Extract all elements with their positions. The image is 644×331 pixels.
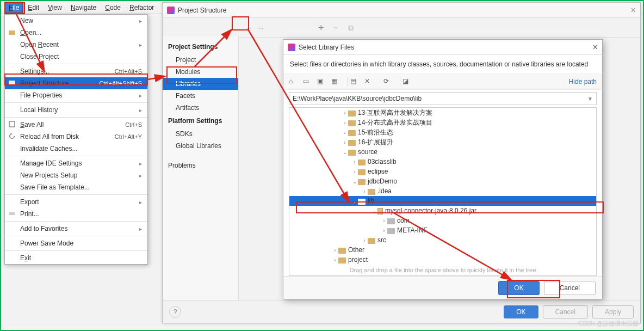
back-icon[interactable]: ← <box>245 24 253 33</box>
path-input[interactable] <box>293 95 587 102</box>
ps-toolbar: ← → + − ⧉ <box>239 19 639 38</box>
ps-nav-facets[interactable]: Facets <box>163 90 238 102</box>
add-icon[interactable]: + <box>318 22 324 34</box>
ps-nav-sdks[interactable]: SDKs <box>163 128 238 140</box>
tree-item[interactable]: ›eclipse <box>289 167 596 176</box>
tree-item-lib[interactable]: ⌄lib <box>289 196 596 206</box>
menu-navigate[interactable]: Navigate <box>66 3 101 13</box>
mi-local-history[interactable]: Local History▸ <box>5 104 147 116</box>
ps-nav-problems[interactable]: Problems <box>163 160 238 171</box>
menu-view[interactable]: View <box>44 3 66 13</box>
mi-save-all[interactable]: Save AllCtrl+S <box>5 119 147 131</box>
tree-item[interactable]: ›16-扩展提升 <box>289 137 596 147</box>
tree-hint: Drag and drop a file into the space abov… <box>289 267 596 273</box>
lib-footer: OK Cancel <box>283 276 602 299</box>
help-icon[interactable]: ? <box>169 306 181 318</box>
svg-rect-2 <box>9 121 15 127</box>
ps-nav: Project Settings Project Modules Librari… <box>163 36 239 300</box>
close-icon[interactable]: × <box>593 42 598 52</box>
mi-reload[interactable]: Reload All from DiskCtrl+Alt+Y <box>5 131 147 143</box>
ps-nav-artifacts[interactable]: Artifacts <box>163 102 238 114</box>
mi-close-project[interactable]: Close Project <box>5 51 147 63</box>
tree-item[interactable]: ›com <box>289 216 596 225</box>
delete-icon[interactable]: ✕ <box>364 77 373 86</box>
file-menu-popup: New▸ Open... Open Recent▸ Close Project … <box>4 14 148 265</box>
ps-nav-project[interactable]: Project <box>163 54 238 66</box>
mi-new[interactable]: New▸ <box>5 15 147 27</box>
path-field[interactable]: ▼ <box>289 92 597 105</box>
ps-titlebar: Project Structure × <box>163 3 640 18</box>
tree-item[interactable]: ⌄jdbcDemo <box>289 176 596 186</box>
svg-rect-3 <box>9 212 15 215</box>
remove-icon[interactable]: − <box>333 22 339 34</box>
ps-nav-global[interactable]: Global Libraries <box>163 140 238 152</box>
mi-project-structure[interactable]: Project Structure...Ctrl+Alt+Shift+S <box>5 77 147 89</box>
mi-manage-ide[interactable]: Manage IDE Settings▸ <box>5 157 147 169</box>
copy-icon[interactable]: ⧉ <box>348 23 354 33</box>
menu-code[interactable]: Code <box>101 3 125 13</box>
project-icon[interactable]: ▣ <box>317 77 326 86</box>
ps-ok-button[interactable]: OK <box>504 305 538 318</box>
mi-power-save[interactable]: Power Save Mode <box>5 237 147 249</box>
svg-rect-0 <box>9 30 15 35</box>
mi-print: Print... <box>5 208 147 220</box>
ps-nav-modules[interactable]: Modules <box>163 66 238 78</box>
tree-item[interactable]: ⌄mysql-connector-java-8.0.26.jar <box>289 206 596 216</box>
tree-item[interactable]: ›src <box>289 235 596 245</box>
tree-item[interactable]: ›14-分布式高并发实战项目 <box>289 118 596 127</box>
lib-title-text: Select Library Files <box>299 44 354 51</box>
tree-item[interactable]: ›project <box>289 255 596 265</box>
tree-item[interactable]: ›03classlib <box>289 157 596 167</box>
mi-open[interactable]: Open... <box>5 27 147 39</box>
tree-item[interactable]: ›15-前沿生态 <box>289 127 596 137</box>
tree-item[interactable]: ›.idea <box>289 186 596 196</box>
mi-exit[interactable]: Exit <box>5 252 147 264</box>
menu-edit[interactable]: Edit <box>23 3 44 13</box>
ps-nav-hdr-settings: Project Settings <box>163 40 238 54</box>
lib-ok-button[interactable]: OK <box>498 281 539 295</box>
ps-footer: ? OK Cancel Apply <box>163 300 640 323</box>
mi-favorites[interactable]: Add to Favorites▸ <box>5 223 147 235</box>
intellij-icon <box>288 44 295 51</box>
hide-path-link[interactable]: Hide path <box>569 78 597 85</box>
tree-item[interactable]: ›13-互联网高并发解决方案 <box>289 108 596 118</box>
mi-settings[interactable]: Settings...Ctrl+Alt+S <box>5 65 147 77</box>
ps-cancel-button[interactable]: Cancel <box>543 305 588 318</box>
file-tree[interactable]: ›13-互联网高并发解决方案 ›14-分布式高并发实战项目 ›15-前沿生态 ›… <box>289 107 597 276</box>
lib-cancel-button[interactable]: Cancel <box>544 281 596 295</box>
show-hidden-icon[interactable]: ◪ <box>403 77 411 86</box>
ps-nav-hdr-platform: Platform Settings <box>163 114 238 128</box>
menu-refactor[interactable]: Refactor <box>125 3 158 13</box>
mi-open-recent[interactable]: Open Recent▸ <box>5 39 147 51</box>
mi-save-template: Save File as Template... <box>5 181 147 193</box>
select-library-dialog: Select Library Files × Select files or d… <box>283 39 603 299</box>
mi-file-properties[interactable]: File Properties▸ <box>5 89 147 101</box>
close-icon[interactable]: × <box>631 5 636 15</box>
desktop-icon[interactable]: ▭ <box>303 77 312 86</box>
lib-titlebar: Select Library Files × <box>283 40 602 55</box>
tree-item[interactable]: ›Other <box>289 245 596 255</box>
home-icon[interactable]: ⌂ <box>289 77 298 86</box>
menu-file[interactable]: FFileile <box>4 2 23 14</box>
mi-export[interactable]: Export▸ <box>5 196 147 208</box>
lib-description: Select files or directories in which lib… <box>283 55 602 73</box>
path-dropdown-icon[interactable]: ▼ <box>587 96 593 102</box>
watermark: CSDN @徐縱橫生涅槃 <box>578 320 639 328</box>
tree-item[interactable]: ⌄source <box>289 147 596 157</box>
ps-apply-button[interactable]: Apply <box>592 305 634 318</box>
new-folder-icon[interactable]: ▤ <box>350 77 359 86</box>
mi-new-projects[interactable]: New Projects Setup▸ <box>5 169 147 181</box>
ps-title-text: Project Structure <box>178 7 226 14</box>
refresh-icon[interactable]: ⟳ <box>383 77 392 86</box>
mi-invalidate[interactable]: Invalidate Caches... <box>5 143 147 155</box>
module-icon[interactable]: ▦ <box>331 77 340 86</box>
forward-icon[interactable]: → <box>257 24 265 33</box>
lib-toolbar: ⌂ ▭ ▣ ▦ ▤ ✕ ⟳ ◪ Hide path <box>283 73 602 90</box>
ps-nav-libraries[interactable]: Libraries <box>163 78 238 90</box>
tree-item[interactable]: ›META-INF <box>289 225 596 235</box>
svg-rect-1 <box>9 81 15 85</box>
intellij-icon <box>167 7 175 14</box>
